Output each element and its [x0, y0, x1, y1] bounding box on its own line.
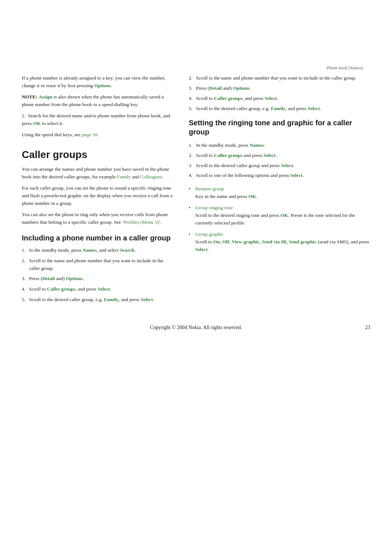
right-step-4: 4. Scroll to Caller groups, and press Se…: [189, 95, 370, 102]
bullet-group-graphic: Group graphic Scroll to On, Off, View gr…: [189, 231, 370, 254]
group-ringing-tone-label: Group ringing tone: [195, 205, 233, 210]
assign-link[interactable]: Assign: [38, 94, 52, 100]
detail-link[interactable]: Detail: [42, 276, 55, 281]
ringing-step-3: 3. Scroll to the desired caller group an…: [189, 162, 370, 170]
ringing-step-4: 4. Scroll to one of the following option…: [189, 172, 370, 179]
preset-text: Preset: [290, 212, 302, 218]
page16-link[interactable]: page 16: [82, 132, 97, 137]
including-steps-list: 1. In the standby mode, press Names, and…: [22, 247, 174, 304]
bullet-group-ringing-tone: Group ringing tone Scroll to the desired…: [189, 204, 370, 227]
family-link1[interactable]: Family: [117, 174, 131, 179]
group-graphic-desc: Scroll to On, Off, View graphic, Send vi…: [195, 238, 370, 254]
colleagues-link[interactable]: Colleagues: [140, 174, 162, 179]
select-link-graphic[interactable]: Select: [195, 247, 208, 252]
footer-copyright: Copyright © 2004 Nokia. All rights reser…: [109, 325, 283, 331]
content-wrapper: If a phone number is already assigned to…: [0, 74, 392, 307]
ok-link-rename[interactable]: OK: [248, 194, 256, 199]
including-step-4: 4. Scroll to Caller groups, and press Se…: [22, 285, 174, 293]
caller-groups-para3: You can also set the phone to ring only …: [22, 211, 174, 226]
caller-groups-link-rng[interactable]: Caller groups: [214, 153, 243, 158]
select-link-r2[interactable]: Select: [307, 106, 320, 111]
including-step-2: 2. Scroll to the name and phone number t…: [22, 257, 174, 272]
right-step-2: 2. Scroll to the name and phone number t…: [189, 74, 370, 82]
caller-groups-link-r[interactable]: Caller groups: [214, 96, 243, 101]
caller-groups-link1[interactable]: Caller groups: [47, 286, 76, 292]
left-top-section: If a phone number is already assigned to…: [22, 74, 174, 149]
footer-copyright-text: Copyright © 2004 Nokia. All rights reser…: [150, 325, 242, 330]
including-section: Including a phone number in a caller gro…: [22, 234, 174, 304]
options-link-r[interactable]: Options: [233, 85, 250, 91]
rename-group-label: Rename group: [195, 186, 224, 191]
right-step-3: 3. Press (Detail and) Options.: [189, 85, 370, 92]
names-link-rng1[interactable]: Names: [250, 142, 264, 148]
ringing-step-2: 2. Scroll to Caller groups and press Se­…: [189, 152, 370, 159]
names-link1[interactable]: Names: [83, 247, 97, 253]
bullet-rename-group: Rename group Key in the name and press O…: [189, 185, 370, 200]
profiles-link[interactable]: Profiles (Menu 3): [124, 219, 159, 225]
select-link-rng3[interactable]: Select: [290, 173, 303, 178]
page-header-text: Phone book (Names): [326, 65, 363, 70]
ok-link1[interactable]: OK: [33, 121, 41, 126]
para2: 2. Search for the desired name and/or ph…: [22, 112, 174, 127]
select-link-rng2[interactable]: Select: [281, 163, 293, 168]
para1: If a phone number is already assigned to…: [22, 74, 174, 90]
ringing-step-1: 1. In the standby mode, press Names.: [189, 142, 370, 149]
right-including-steps: 2. Scroll to the name and phone number t…: [189, 74, 370, 113]
including-step-1: 1. In the standby mode, press Names, and…: [22, 247, 174, 254]
select-link2[interactable]: Select: [140, 297, 153, 302]
right-step-5: 5. Scroll to the desired caller group, e…: [189, 105, 370, 113]
search-link[interactable]: Search: [120, 247, 134, 253]
ringing-title: Setting the ringing tone and graphic for…: [189, 118, 370, 137]
family-link-r[interactable]: Family: [271, 106, 286, 111]
send-via-ir-link[interactable]: Send via IR: [262, 239, 287, 244]
speed-dial-line: Using the speed dial keys, see page 16.: [22, 131, 174, 139]
view-graphic-link[interactable]: View graphic: [232, 239, 260, 244]
off-link[interactable]: Off: [222, 239, 229, 244]
caller-groups-title: Caller groups: [22, 149, 174, 161]
group-ringing-tone-desc: Scroll to the desired ringing tone and p…: [195, 212, 370, 227]
page-footer-wrapper: Copyright © 2004 Nokia. All rights reser…: [0, 307, 392, 338]
left-column: If a phone number is already assigned to…: [22, 74, 174, 307]
including-step-5: 5. Scroll to the desired caller group, e…: [22, 296, 174, 304]
page: Phone book (Names) If a phone number is …: [0, 0, 392, 555]
options-bullet-list: Rename group Key in the name and press O…: [189, 185, 370, 253]
select-link1[interactable]: Select: [98, 286, 110, 292]
group-graphic-label: Group graphic: [195, 231, 224, 237]
note-label: NOTE:: [22, 94, 37, 100]
on-link[interactable]: On: [213, 239, 220, 244]
caller-groups-para1: You can arrange the names and phone numb…: [22, 166, 174, 181]
options-link2[interactable]: Options: [66, 276, 83, 281]
ok-link-ringing[interactable]: OK: [281, 212, 288, 218]
page-number: 23: [365, 325, 370, 330]
options-link[interactable]: Options: [94, 83, 111, 88]
including-title: Including a phone number in a caller gro…: [22, 234, 174, 242]
caller-groups-section: Caller groups You can arrange the names …: [22, 149, 174, 226]
family-link2[interactable]: Family: [104, 297, 119, 302]
ringing-steps-list: 1. In the standby mode, press Names. 2. …: [189, 142, 370, 180]
detail-link-r[interactable]: Detail: [209, 85, 222, 91]
footer-page-num: 23: [283, 325, 370, 331]
including-step-3: 3. Press (Detail and) Options.: [22, 275, 174, 283]
note-block: NOTE: Assign is also shown when the phon…: [22, 93, 174, 109]
right-column: 2. Scroll to the name and phone number t…: [189, 74, 370, 307]
select-link-rng1[interactable]: Se­lect: [264, 153, 276, 158]
send-graphic-link[interactable]: Send graphic: [289, 239, 317, 244]
rename-group-desc: Key in the name and press OK.: [195, 193, 370, 200]
select-link-r1[interactable]: Select: [265, 96, 277, 101]
caller-groups-para2: For each caller group, you can set the p…: [22, 185, 174, 207]
ringing-section: Setting the ringing tone and graphic for…: [189, 118, 370, 254]
page-header: Phone book (Names): [0, 0, 392, 74]
